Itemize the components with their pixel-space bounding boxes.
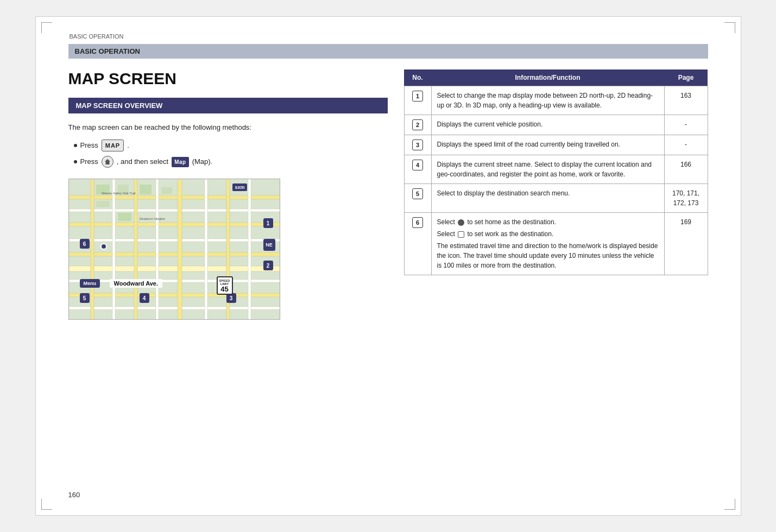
corner-br: [724, 499, 735, 510]
map-num-6: 6: [80, 239, 90, 249]
svg-rect-15: [178, 179, 182, 320]
table-cell-info: Select to change the map display mode be…: [431, 86, 664, 115]
page-number: 160: [68, 491, 80, 499]
table-cell-page: 170, 171, 172, 173: [664, 184, 708, 213]
table-cell-page: -: [664, 115, 708, 135]
page-container: BASIC OPERATION BASIC OPERATION MAP SCRE…: [35, 16, 741, 516]
corner-tl: [41, 22, 52, 33]
map-num-2: 2: [263, 261, 273, 270]
section-header: BASIC OPERATION: [68, 44, 708, 59]
header-page: Page: [664, 69, 708, 86]
sxm-badge: sxm: [232, 183, 247, 191]
home-icon: [104, 159, 111, 165]
speed-limit-value: 45: [220, 286, 228, 293]
number-badge: 5: [412, 188, 423, 199]
svg-rect-18: [248, 179, 251, 320]
bullet-dot-2: [74, 160, 77, 163]
number-badge: 6: [412, 217, 423, 228]
map-num-1: 1: [263, 218, 273, 228]
table-cell-no: 1: [404, 86, 431, 115]
svg-rect-16: [205, 179, 207, 320]
bullet-text-1-after: .: [127, 140, 129, 151]
table-cell-no: 6: [404, 213, 431, 275]
list-item-2: Press , and then select Map (Map).: [74, 156, 388, 168]
corner-bl: [41, 499, 52, 510]
svg-rect-12: [112, 179, 115, 320]
main-content: MAP SCREEN MAP SCREEN OVERVIEW The map s…: [68, 69, 708, 320]
location-dot: [100, 243, 107, 250]
map-button-1[interactable]: MAP: [102, 140, 124, 152]
table-cell-page: 169: [664, 213, 708, 275]
table-cell-page: 163: [664, 86, 708, 115]
svg-rect-21: [140, 185, 152, 194]
table-cell-no: 4: [404, 155, 431, 184]
svg-rect-22: [161, 187, 172, 194]
table-cell-no: 3: [404, 135, 431, 155]
speed-limit-sign: SPEEDLIMIT 45: [217, 276, 233, 295]
bullet-list: Press MAP . Press , and then select Map …: [68, 140, 388, 168]
list-item-1: Press MAP .: [74, 140, 388, 152]
compass-badge: NE: [263, 239, 275, 251]
svg-text:Warren Valley Oak Trail: Warren Valley Oak Trail: [102, 192, 136, 195]
header-no: No.: [404, 69, 431, 86]
header-info: Information/Function: [431, 69, 664, 86]
table-cell-no: 5: [404, 184, 431, 213]
table-cell-info: Displays the speed limit of the road cur…: [431, 135, 664, 155]
svg-marker-0: [105, 159, 110, 164]
svg-rect-23: [96, 201, 110, 207]
map-num-5: 5: [80, 293, 90, 303]
map-num-4: 4: [140, 293, 149, 303]
table-cell-no: 2: [404, 115, 431, 135]
right-column: No. Information/Function Page 1Select to…: [404, 69, 708, 275]
number-badge: 3: [412, 140, 423, 150]
svg-rect-24: [118, 213, 131, 221]
map-menu-button[interactable]: Menu: [80, 279, 100, 288]
number-badge: 4: [412, 160, 423, 170]
number-badge: 1: [412, 91, 423, 102]
table-cell-page: 166: [664, 155, 708, 184]
left-column: MAP SCREEN MAP SCREEN OVERVIEW The map s…: [68, 69, 388, 320]
bullet-text-1-before: Press: [80, 140, 98, 151]
street-name-bar: Woodward Ave.: [110, 279, 163, 288]
page-title: MAP SCREEN: [68, 69, 388, 88]
breadcrumb: BASIC OPERATION: [68, 33, 708, 40]
svg-rect-13: [134, 179, 137, 320]
corner-tr: [724, 22, 735, 33]
table-cell-page: -: [664, 135, 708, 155]
bullet-text-2-after: (Map).: [192, 156, 213, 167]
info-table: No. Information/Function Page 1Select to…: [404, 69, 708, 275]
svg-text:Dearborn Heights: Dearborn Heights: [140, 217, 165, 220]
bullet-dot-1: [74, 144, 77, 147]
map-nav-button[interactable]: Map: [172, 157, 189, 167]
home-button[interactable]: [102, 156, 113, 168]
table-cell-info: Select to display the destination search…: [431, 184, 664, 213]
table-cell-info: Displays the current street name. Select…: [431, 155, 664, 184]
speed-limit-label: SPEEDLIMIT: [219, 279, 230, 286]
number-badge: 2: [412, 119, 423, 130]
svg-rect-11: [91, 179, 94, 320]
bullet-text-2-middle: , and then select: [117, 156, 168, 167]
table-cell-info: Select to set home as the destination.Se…: [431, 213, 664, 275]
map-image: Warren Valley Oak Trail Dearborn Heights…: [68, 179, 280, 320]
map-svg: Warren Valley Oak Trail Dearborn Heights: [69, 179, 280, 320]
table-cell-info: Displays the current vehicle position.: [431, 115, 664, 135]
bullet-text-2-before: Press: [80, 156, 98, 167]
svg-rect-14: [156, 179, 159, 320]
description: The map screen can be reached by the fol…: [68, 122, 388, 133]
subsection-header: MAP SCREEN OVERVIEW: [68, 98, 388, 113]
